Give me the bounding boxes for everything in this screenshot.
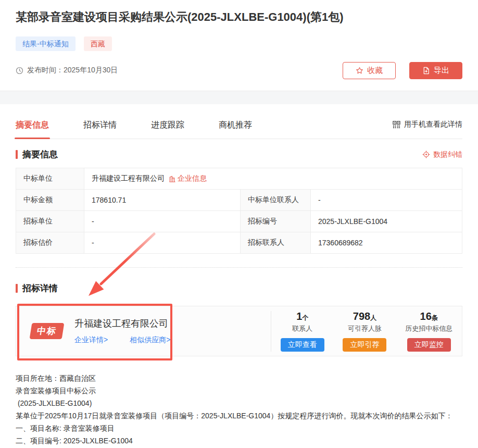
detail-title-text: 招标详情 bbox=[22, 282, 58, 294]
stat-value: 16 bbox=[420, 310, 432, 322]
row-value: - bbox=[84, 232, 241, 254]
qr-code-icon bbox=[393, 121, 400, 129]
main-content: 摘要信息 招标详情 进度跟踪 商机推荐 用手机查看此详情 摘要信息 数据纠错 bbox=[0, 120, 478, 448]
row-label: 中标单位 bbox=[16, 168, 84, 190]
publish-time: 发布时间：2025年10月30日 bbox=[16, 66, 118, 75]
row-label: 中标单位联系人 bbox=[241, 190, 311, 211]
stat-history: 16条 历史招中标信息 立即监控 bbox=[405, 310, 452, 352]
tag-region[interactable]: 西藏 bbox=[84, 36, 112, 51]
winner-company-name: 升福建设工程有限公司 bbox=[92, 174, 165, 183]
view-now-button[interactable]: 立即查看 bbox=[281, 338, 324, 352]
stat-unit: 个 bbox=[302, 314, 308, 321]
stat-unit: 人 bbox=[370, 314, 376, 321]
tag-result-notice[interactable]: 结果-中标通知 bbox=[16, 36, 76, 51]
row-label: 中标金额 bbox=[16, 190, 84, 211]
announcement-body: 项目所在地：西藏自治区 录音室装修项目中标公示 (2025-JLXLBE-G10… bbox=[16, 372, 462, 448]
section-bar bbox=[16, 284, 18, 293]
row-value: 17360689682 bbox=[311, 232, 462, 254]
header-actions: 收藏 导出 bbox=[343, 62, 462, 79]
summary-section-header: 摘要信息 数据纠错 bbox=[16, 148, 462, 160]
monitor-now-button[interactable]: 立即监控 bbox=[407, 338, 451, 352]
tab-summary[interactable]: 摘要信息 bbox=[16, 120, 49, 139]
tab-bar: 摘要信息 招标详情 进度跟踪 商机推荐 用手机查看此详情 bbox=[16, 120, 462, 139]
row-value: - bbox=[311, 190, 462, 211]
winner-card-stats: 1个 联系人 立即查看 798人 可引荐人脉 立即引荐 16条 历史招中标信息 … bbox=[271, 310, 462, 352]
building-icon bbox=[169, 176, 175, 182]
winner-card: 中标 升福建设工程有限公司 企业详情> 相似供应商> 1个 联系人 立即查看 7… bbox=[16, 306, 462, 356]
tab-progress[interactable]: 进度跟踪 bbox=[151, 120, 184, 139]
favorite-button[interactable]: 收藏 bbox=[343, 62, 396, 79]
view-on-mobile-label: 用手机查看此详情 bbox=[404, 120, 462, 129]
body-line: 一、项目名称: 录音室装修项目 bbox=[16, 422, 462, 434]
page: 某部录音室建设项目采购结果公示(2025-JLXLBE-G1004)(第1包) … bbox=[0, 0, 478, 448]
refer-now-button[interactable]: 立即引荐 bbox=[343, 338, 386, 352]
publish-time-label: 发布时间：2025年10月30日 bbox=[27, 66, 118, 75]
row-value: - bbox=[84, 211, 241, 232]
target-icon bbox=[422, 151, 430, 158]
row-label: 招标联系人 bbox=[241, 232, 311, 254]
stat-label: 联系人 bbox=[281, 324, 324, 333]
summary-title-text: 摘要信息 bbox=[22, 148, 58, 160]
page-title: 某部录音室建设项目采购结果公示(2025-JLXLBE-G1004)(第1包) bbox=[16, 7, 462, 25]
row-value: 2025-JLXLBE-G1004 bbox=[311, 211, 462, 232]
summary-table: 中标单位 升福建设工程有限公司 企业信息 中标金额 17861 bbox=[16, 168, 462, 254]
body-line: 二、项目编号: 2025-JLXLBE-G1004 bbox=[16, 434, 462, 447]
row-value: 178610.71 bbox=[84, 190, 241, 211]
tab-opportunity[interactable]: 商机推荐 bbox=[219, 120, 252, 139]
detail-section-header: 招标详情 bbox=[16, 282, 462, 294]
summary-section-title: 摘要信息 bbox=[16, 148, 58, 160]
body-line: 录音室装修项目中标公示 bbox=[16, 384, 462, 397]
stat-referrals: 798人 可引荐人脉 立即引荐 bbox=[343, 310, 386, 352]
similar-supplier-link[interactable]: 相似供应商> bbox=[130, 335, 170, 345]
favorite-label: 收藏 bbox=[367, 66, 383, 76]
winner-badge: 中标 bbox=[30, 323, 65, 339]
stat-label: 可引荐人脉 bbox=[343, 324, 386, 333]
stat-label: 历史招中标信息 bbox=[405, 324, 452, 333]
winner-info: 升福建设工程有限公司 企业详情> 相似供应商> bbox=[74, 317, 170, 345]
export-file-icon bbox=[422, 67, 430, 74]
separator-band bbox=[0, 91, 478, 104]
view-on-mobile[interactable]: 用手机查看此详情 bbox=[393, 120, 462, 129]
winner-company-cell: 升福建设工程有限公司 企业信息 bbox=[84, 168, 462, 190]
export-button[interactable]: 导出 bbox=[409, 62, 462, 79]
body-line: (2025-JLXLBE-G1004) bbox=[16, 397, 462, 409]
tab-tender-detail[interactable]: 招标详情 bbox=[83, 120, 117, 139]
dotted-divider bbox=[16, 267, 462, 268]
stat-value: 798 bbox=[353, 310, 370, 322]
stat-contacts: 1个 联系人 立即查看 bbox=[281, 310, 324, 352]
meta-row: 发布时间：2025年10月30日 收藏 导出 bbox=[16, 61, 462, 79]
winner-company-name[interactable]: 升福建设工程有限公司 bbox=[74, 317, 170, 330]
table-row: 中标金额 178610.71 中标单位联系人 - bbox=[16, 190, 462, 211]
star-icon bbox=[356, 67, 363, 74]
header: 某部录音室建设项目采购结果公示(2025-JLXLBE-G1004)(第1包) … bbox=[0, 0, 478, 79]
winner-links: 企业详情> 相似供应商> bbox=[74, 335, 170, 345]
table-row: 招标估价 - 招标联系人 17360689682 bbox=[16, 232, 462, 254]
enterprise-info-link[interactable]: 企业信息 bbox=[169, 174, 207, 183]
table-row: 招标单位 - 招标编号 2025-JLXLBE-G1004 bbox=[16, 211, 462, 232]
clock-icon bbox=[16, 67, 23, 74]
body-line: 项目所在地：西藏自治区 bbox=[16, 372, 462, 384]
data-correction-link[interactable]: 数据纠错 bbox=[422, 150, 462, 159]
body-line: 某单位于2025年10月17日就录音室装修项目（项目编号：2025-JLXLBE… bbox=[16, 409, 462, 422]
detail-section-title: 招标详情 bbox=[16, 282, 58, 294]
row-label: 招标估价 bbox=[16, 232, 84, 254]
row-label: 招标编号 bbox=[241, 211, 311, 232]
company-detail-link[interactable]: 企业详情> bbox=[74, 335, 108, 345]
export-label: 导出 bbox=[434, 66, 449, 76]
table-row: 中标单位 升福建设工程有限公司 企业信息 bbox=[16, 168, 462, 190]
stat-value: 1 bbox=[296, 310, 302, 322]
stat-unit: 条 bbox=[432, 314, 438, 321]
row-label: 招标单位 bbox=[16, 211, 84, 232]
section-bar bbox=[16, 150, 18, 159]
enterprise-info-label: 企业信息 bbox=[178, 174, 207, 183]
data-correction-label: 数据纠错 bbox=[433, 150, 462, 159]
winner-card-left: 中标 升福建设工程有限公司 企业详情> 相似供应商> bbox=[16, 311, 271, 352]
tag-list: 结果-中标通知 西藏 bbox=[16, 36, 462, 51]
